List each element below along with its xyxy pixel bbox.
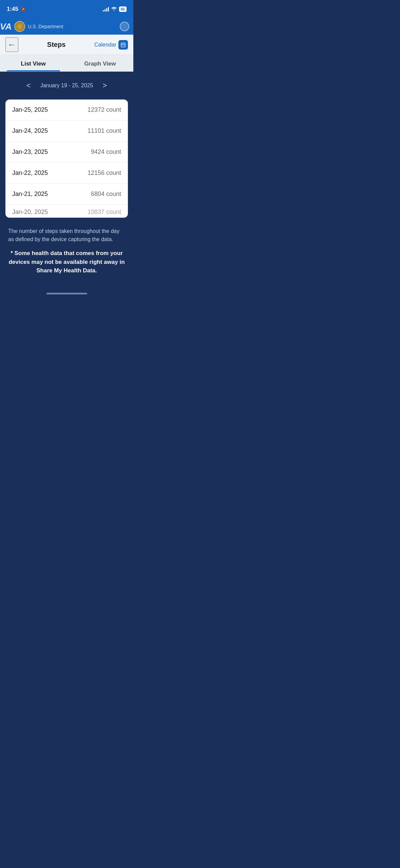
table-row: Jan-21, 2025 6804 count [5, 184, 128, 205]
status-bar: 1:45 🔕 65 [0, 0, 133, 18]
prev-date-button[interactable]: < [24, 80, 34, 91]
navigation-header: ← Steps Calendar [0, 35, 133, 55]
step-date: Jan-24, 2025 [12, 127, 48, 134]
back-button[interactable]: ← [5, 37, 18, 52]
signal-bar-2 [104, 9, 106, 12]
profile-avatar[interactable] [120, 22, 129, 31]
signal-bar-4 [108, 7, 109, 12]
signal-bars-icon [103, 7, 109, 12]
status-icons: 65 [103, 6, 127, 12]
main-content: < January 19 - 25, 2025 > Jan-25, 2025 1… [0, 72, 133, 289]
tab-bar: List View Graph View [0, 55, 133, 72]
step-count: 12372 count [88, 106, 121, 113]
table-row: Jan-20, 2025 10837 count [5, 205, 128, 218]
step-count: 12156 count [88, 169, 121, 177]
svg-rect-5 [123, 45, 124, 46]
table-row: Jan-25, 2025 12372 count [5, 100, 128, 121]
calendar-label: Calendar [94, 42, 116, 48]
status-time: 1:45 [7, 6, 18, 13]
battery-level: 65 [119, 6, 127, 12]
mute-icon: 🔕 [20, 6, 26, 12]
va-seal-logo [14, 21, 25, 32]
step-date: Jan-22, 2025 [12, 169, 48, 177]
footer-disclaimer: * Some health data that comes from your … [8, 249, 125, 275]
date-navigation: < January 19 - 25, 2025 > [5, 80, 128, 91]
table-row: Jan-23, 2025 9424 count [5, 142, 128, 163]
step-count: 9424 count [91, 148, 121, 156]
table-row: Jan-24, 2025 11101 count [5, 121, 128, 142]
step-count: 6804 count [91, 191, 121, 198]
calendar-icon [118, 40, 128, 50]
next-date-button[interactable]: > [100, 80, 110, 91]
wifi-icon [111, 6, 117, 12]
date-range-label: January 19 - 25, 2025 [40, 83, 93, 89]
status-time-group: 1:45 🔕 [7, 6, 26, 13]
home-bar [46, 293, 87, 294]
footer-description: The number of steps taken throughout the… [5, 224, 128, 281]
tab-graph-view[interactable]: Graph View [67, 55, 134, 71]
svg-rect-4 [122, 45, 123, 46]
signal-bar-1 [103, 10, 104, 12]
va-logo: VA [0, 21, 12, 32]
va-app-header: VA U.S. Department [0, 18, 133, 35]
table-row: Jan-22, 2025 12156 count [5, 163, 128, 184]
calendar-button[interactable]: Calendar [94, 40, 128, 50]
tab-list-view[interactable]: List View [0, 55, 67, 71]
signal-bar-3 [106, 8, 107, 12]
step-count: 11101 count [88, 127, 121, 134]
step-date: Jan-21, 2025 [12, 191, 48, 198]
page-title: Steps [47, 41, 65, 49]
step-date: Jan-25, 2025 [12, 106, 48, 113]
step-date: Jan-20, 2025 [12, 209, 48, 216]
steps-data-card: Jan-25, 2025 12372 count Jan-24, 2025 11… [5, 100, 128, 218]
step-count: 10837 count [88, 209, 121, 216]
svg-rect-0 [121, 43, 125, 47]
va-dept-name: U.S. Department [28, 24, 63, 29]
step-date: Jan-23, 2025 [12, 148, 48, 156]
home-indicator [0, 289, 133, 301]
